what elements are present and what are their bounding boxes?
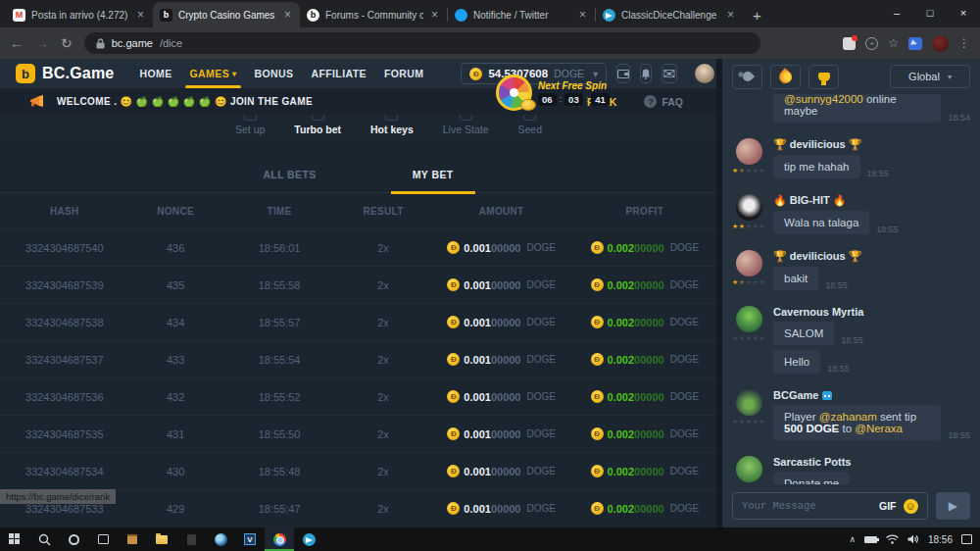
wallet-button[interactable] xyxy=(616,64,630,83)
tab-twitter[interactable]: Notifiche / Twitter × xyxy=(448,2,595,27)
tab-bcgame-active[interactable]: b Crypto Casino Games - The 8 Be × xyxy=(153,2,300,27)
table-row[interactable]: 3324304687534 430 18:55:48 2x Ð 0.001000… xyxy=(0,452,716,489)
tab-all-bets[interactable]: ALL BETS xyxy=(241,169,337,192)
toolbar-set-up[interactable]: Set up xyxy=(235,115,265,135)
bet-nonce: 436 xyxy=(129,242,222,254)
bookmark-star-icon[interactable]: ☆ xyxy=(888,36,899,50)
url-input[interactable]: bc.game/dice xyxy=(84,32,760,54)
table-row[interactable]: 3324304687539 435 18:55:58 2x Ð 0.001000… xyxy=(0,266,716,303)
reload-button[interactable]: ↻ xyxy=(61,35,73,51)
chat-username[interactable]: BCGame xyxy=(773,389,970,401)
window-maximize-button[interactable]: □ xyxy=(913,0,947,25)
toolbar-turbo-bet[interactable]: Turbo bet xyxy=(294,115,341,135)
nav-bonus[interactable]: BONUS xyxy=(254,59,293,88)
back-button[interactable]: ← xyxy=(10,35,24,51)
tab-close-icon[interactable]: × xyxy=(135,8,146,22)
chat-username[interactable]: 🏆 devilicious 🏆 xyxy=(773,250,970,263)
table-row[interactable]: 3324304687537 433 18:55:54 2x Ð 0.001000… xyxy=(0,340,716,377)
avatar[interactable] xyxy=(736,456,762,482)
send-button[interactable]: ▶ xyxy=(936,492,971,520)
tab-my-bet[interactable]: MY BET xyxy=(391,169,475,194)
toolbar-hot-keys[interactable]: Hot keys xyxy=(370,115,414,135)
bet-time: 18:55:50 xyxy=(222,428,337,440)
chat-username[interactable]: Cavernous Myrtia xyxy=(773,306,970,318)
file-explorer-button[interactable] xyxy=(147,527,176,551)
free-spin-widget[interactable]: Next Free Spin 06 : 03 : 41 xyxy=(496,75,610,111)
welcome-banner-text[interactable]: WELCOME . 😊 🍏 🍏 🍏 🍏 🍏 😊 JOIN THE GAME xyxy=(57,96,313,107)
col-hash: HASH xyxy=(0,206,129,217)
toolbar-seed[interactable]: Seed xyxy=(517,115,542,135)
chat-message-list[interactable]: @sunnyg42000 online maybe 18:54 ★★★★★ 🏆 … xyxy=(722,94,980,484)
pinned-app-button[interactable] xyxy=(176,527,206,551)
extension-badge-icon[interactable] xyxy=(843,37,856,50)
gif-button[interactable]: GIF xyxy=(879,500,897,512)
chat-username[interactable]: 🔥 BIG-HIT 🔥 xyxy=(773,194,970,207)
nav-home[interactable]: HOME xyxy=(139,59,172,88)
tab-telegram[interactable]: ClassicDiceChallenge - 📣 Annou × xyxy=(596,2,743,27)
browser-menu-icon[interactable]: ⋮ xyxy=(958,36,970,50)
table-row[interactable]: 3324304687536 432 18:55:52 2x Ð 0.001000… xyxy=(0,377,716,415)
tab-close-icon[interactable]: × xyxy=(429,8,440,22)
tab-close-icon[interactable]: × xyxy=(725,8,736,22)
mention[interactable]: @sunnyg42000 xyxy=(784,94,863,105)
tab-gmail[interactable]: M Posta in arrivo (4.272) - andreaja × xyxy=(6,2,153,27)
search-button[interactable] xyxy=(29,527,59,551)
user-menu[interactable]: Wolfero ▾ xyxy=(695,64,716,83)
extension-blue-icon[interactable] xyxy=(908,37,922,50)
tab-forums[interactable]: b Forums - Community of BC.Gam × xyxy=(300,2,447,27)
bet-amount: Ð 0.00100000 DOGE xyxy=(430,316,573,328)
rain-button[interactable] xyxy=(732,65,762,89)
window-minimize-button[interactable]: – xyxy=(880,0,913,25)
tray-expand-icon[interactable]: ∧ xyxy=(849,534,856,544)
telegram-button[interactable] xyxy=(294,527,323,551)
avatar[interactable] xyxy=(736,138,762,165)
table-row[interactable]: 3324304687540 436 18:56:01 2x Ð 0.001000… xyxy=(0,228,716,266)
chat-channel-dropdown[interactable]: Global ▾ xyxy=(890,65,970,88)
user-rating-stars: ★★★★★ xyxy=(732,223,765,230)
target-icon[interactable]: + xyxy=(865,37,878,50)
avatar[interactable] xyxy=(736,250,762,276)
emoji-button[interactable]: ☺ xyxy=(904,499,918,514)
bet-amount: Ð 0.00100000 DOGE xyxy=(430,502,573,515)
message-input-box[interactable]: GIF ☺ xyxy=(732,492,928,520)
v-app-button[interactable]: V xyxy=(235,527,265,551)
tab-close-icon[interactable]: × xyxy=(577,8,588,22)
browser-profile-avatar[interactable] xyxy=(932,35,949,52)
chat-username[interactable]: 🏆 devilicious 🏆 xyxy=(773,138,970,151)
battery-icon[interactable] xyxy=(864,536,877,543)
table-row[interactable]: 3324304687535 431 18:55:50 2x Ð 0.001000… xyxy=(0,415,716,452)
store-button[interactable] xyxy=(118,527,147,551)
avatar[interactable] xyxy=(736,389,762,416)
new-tab-button[interactable]: + xyxy=(743,7,771,27)
action-center-icon[interactable] xyxy=(961,534,972,544)
avatar[interactable] xyxy=(736,194,762,221)
nav-games[interactable]: GAMES▾ xyxy=(190,59,237,88)
avatar[interactable] xyxy=(736,306,762,332)
mention[interactable]: @zahanam xyxy=(819,411,877,423)
faq-link[interactable]: ? FAQ xyxy=(644,95,683,108)
window-close-button[interactable]: × xyxy=(947,0,980,25)
edge-button[interactable] xyxy=(206,527,235,551)
volume-icon[interactable] xyxy=(907,534,919,544)
fireball-button[interactable] xyxy=(770,65,801,89)
wifi-icon[interactable] xyxy=(886,534,899,544)
nav-affiliate[interactable]: AFFILIATE xyxy=(311,59,366,88)
bcgame-logo[interactable]: b BC.Game xyxy=(16,64,114,83)
tab-close-icon[interactable]: × xyxy=(282,8,293,22)
message-input[interactable] xyxy=(742,500,872,512)
table-row[interactable]: 3324304687538 434 18:55:57 2x Ð 0.001000… xyxy=(0,303,716,340)
mail-button[interactable]: ✉ xyxy=(662,64,676,83)
forward-button[interactable]: → xyxy=(35,35,49,51)
trophy-button[interactable] xyxy=(808,65,839,89)
clock[interactable]: 18:56 xyxy=(928,534,953,545)
chrome-button[interactable] xyxy=(265,527,294,551)
nav-forum[interactable]: FORUM xyxy=(384,59,424,88)
toolbar-live-state[interactable]: Live State xyxy=(443,115,489,135)
start-button[interactable] xyxy=(0,527,29,551)
notifications-button[interactable] xyxy=(640,64,652,83)
user-rating-stars: ★★★★★ xyxy=(732,334,765,342)
chat-username[interactable]: Sarcastic Potts xyxy=(773,456,970,468)
task-view-button[interactable] xyxy=(88,527,118,551)
mention[interactable]: @Neraxa xyxy=(855,423,903,434)
cortana-button[interactable] xyxy=(59,527,88,551)
